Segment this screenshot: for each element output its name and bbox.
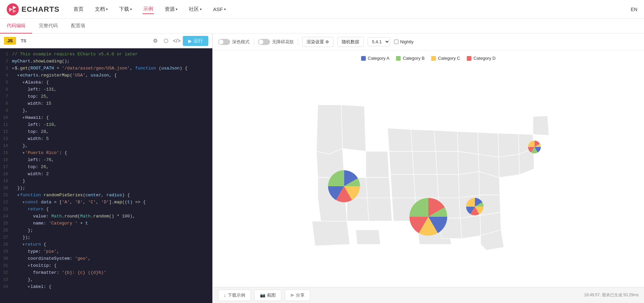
state-id	[341, 105, 366, 151]
share-button[interactable]: ⊳ 分享	[285, 290, 310, 301]
state-hawaii	[356, 230, 380, 244]
code-line-25: 25 name: 'Category ' + t	[0, 220, 212, 227]
barrier-label: 无障碍花纹	[272, 39, 294, 45]
lang-tab-ts[interactable]: TS	[17, 37, 30, 45]
run-button[interactable]: ▶ 运行	[183, 36, 208, 46]
state-nm	[367, 198, 392, 221]
tab-code-editor[interactable]: 代码编辑	[0, 19, 32, 34]
pie-chart-2	[410, 198, 447, 236]
render-settings-button[interactable]: 渲染设置 ⚙	[302, 37, 333, 47]
lang-tab-js[interactable]: JS	[4, 37, 16, 45]
screenshot-button[interactable]: 📷 截图	[254, 290, 281, 301]
divider2	[298, 39, 298, 45]
gear-icon: ⚙	[325, 40, 329, 44]
usa-map: .state { fill: #e8e8e8; stroke: #fff; st…	[277, 82, 579, 256]
logo-text: ECHARTS	[21, 5, 59, 14]
hexagon-icon[interactable]: ⬡	[161, 36, 171, 46]
play-icon: ▶	[188, 38, 192, 44]
version-select[interactable]: 5.4.1	[368, 37, 390, 46]
chart-legend: Category A Category B Category C Categor…	[361, 56, 496, 61]
code-line-26: 26 };	[0, 227, 212, 234]
nav-home[interactable]: 首页	[73, 5, 84, 14]
nav-asf[interactable]: ASF ▾	[212, 5, 226, 13]
code-line-14: 14 },	[0, 143, 212, 150]
legend-item-c: Category C	[431, 56, 460, 61]
nightly-toggle[interactable]: Nightly	[394, 39, 414, 44]
legend-dot-b	[396, 56, 401, 61]
state-sd	[411, 130, 436, 151]
nav-resources[interactable]: 资源 ▾	[164, 5, 178, 14]
state-wa	[316, 105, 342, 154]
chart-toolbar: 深色模式 无障碍花纹 渲染设置 ⚙ 随机数据 5.4.1 Nightly	[213, 34, 644, 50]
code-line-2: 2 myChart.showLoading();	[0, 58, 212, 65]
random-data-button[interactable]: 随机数据	[337, 37, 364, 47]
gear-icon[interactable]: ⚙	[151, 36, 160, 46]
status-text: 18:49:57. 图表已生成 50.29ms	[584, 292, 639, 298]
download-button[interactable]: ↓ 下载示例	[218, 290, 251, 301]
state-ky	[459, 171, 479, 198]
state-nj-de-md	[499, 154, 520, 177]
code-line-22: 22 ▼const data = ['A', 'B', 'C', 'D'].ma…	[0, 199, 212, 206]
pie-chart-4	[528, 140, 541, 153]
state-wi	[458, 132, 478, 154]
tab-config[interactable]: 配置项	[64, 19, 92, 34]
right-panel: 深色模式 无障碍花纹 渲染设置 ⚙ 随机数据 5.4.1 Nightly	[213, 34, 644, 303]
divider1	[254, 39, 254, 45]
barrier-toggle[interactable]: 无障碍花纹	[258, 39, 294, 45]
nav-examples[interactable]: 示例	[143, 4, 154, 14]
nav-lang[interactable]: EN	[631, 7, 637, 12]
code-line-31: 31 ▼tooltip: {	[0, 262, 212, 269]
code-line-12: 12 top: 28,	[0, 129, 212, 136]
chevron-down-icon: ▾	[224, 7, 226, 11]
code-line-19: 19 }	[0, 178, 212, 185]
legend-dot-a	[361, 56, 366, 61]
state-alaska	[312, 221, 350, 246]
bottom-toolbar: ↓ 下载示例 📷 截图 ⊳ 分享 18:49:57. 图表已生成 50.29ms	[213, 287, 644, 303]
legend-label-d: Category D	[474, 56, 496, 61]
state-me-nh-vt	[533, 116, 549, 135]
code-line-5: 5 ▼Alaska: {	[0, 79, 212, 86]
code-line-11: 11 left: -110,	[0, 121, 212, 129]
code-line-23: 23 return {	[0, 206, 212, 213]
code-line-24: 24 value: Math.round(Math.random() * 100…	[0, 213, 212, 220]
legend-item-d: Category D	[467, 56, 496, 61]
state-nd	[388, 128, 413, 151]
dark-mode-toggle[interactable]: 深色模式	[218, 39, 250, 45]
code-line-30: 30 coordinateSystem: 'geo',	[0, 255, 212, 262]
nightly-checkbox[interactable]	[394, 40, 398, 44]
code-line-9: 9 },	[0, 107, 212, 114]
nightly-label: Nightly	[400, 39, 414, 44]
tab-full-code[interactable]: 完整代码	[32, 19, 64, 34]
code-line-16: 16 left: -76,	[0, 157, 212, 164]
nav-community[interactable]: 社区 ▾	[188, 5, 202, 14]
sub-tabs: 代码编辑 完整代码 配置项	[0, 19, 644, 34]
legend-dot-d	[467, 56, 472, 61]
code-line-3: 3 ▼$.get(ROOT_PATH + '/data/asset/geo/US…	[0, 65, 212, 72]
state-ms	[460, 215, 481, 238]
pie-chart-3	[466, 198, 484, 215]
nav-docs[interactable]: 文档 ▾	[94, 5, 108, 14]
code-line-18: 18 width: 2	[0, 171, 212, 178]
code-line-15: 15 ▼'Puerto Rico': {	[0, 150, 212, 157]
state-mn	[434, 130, 458, 151]
download-icon: ↓	[224, 293, 226, 298]
code-line-1: 1 // This example requires ECharts v5.4.…	[0, 51, 212, 58]
nav-download[interactable]: 下载 ▾	[118, 5, 132, 14]
main-layout: JS TS ⚙ ⬡ </> ▶ 运行 1 // This example req…	[0, 34, 644, 303]
code-line-13: 13 width: 5	[0, 136, 212, 143]
dark-mode-switch[interactable]	[218, 39, 230, 45]
legend-item-b: Category B	[396, 56, 425, 61]
code-line-7: 7 top: 25,	[0, 93, 212, 100]
state-az	[347, 198, 369, 221]
legend-label-c: Category C	[438, 56, 460, 61]
chevron-down-icon: ▾	[200, 7, 202, 11]
code-editor[interactable]: 1 // This example requires ECharts v5.4.…	[0, 48, 212, 303]
legend-label-b: Category B	[403, 56, 425, 61]
code-icon[interactable]: </>	[172, 36, 181, 46]
code-line-33: 33 },	[0, 276, 212, 284]
logo[interactable]: ECHARTS	[7, 3, 59, 15]
barrier-switch[interactable]	[258, 39, 270, 45]
share-icon: ⊳	[290, 293, 294, 298]
code-line-21: 21 ▼function randomPieSeries(center, rad…	[0, 192, 212, 199]
legend-dot-c	[431, 56, 436, 61]
